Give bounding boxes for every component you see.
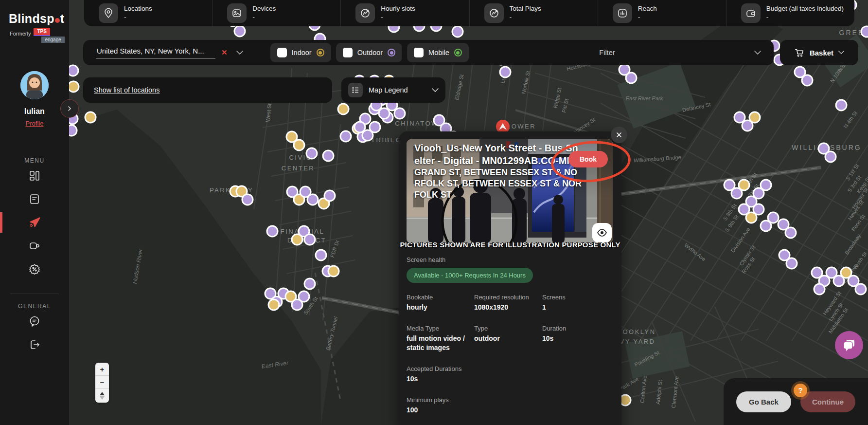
map-location-dot[interactable] xyxy=(85,112,96,123)
map-location-dot[interactable] xyxy=(739,180,749,190)
sidebar-item-campaigns[interactable] xyxy=(0,187,69,211)
legend-chevron-down-icon[interactable] xyxy=(432,88,439,92)
location-fields: Bookablehourly Required resolution1080x1… xyxy=(407,294,614,414)
map-location-dot[interactable] xyxy=(323,150,334,161)
basket-chevron-down-icon xyxy=(838,51,844,55)
map-location-dot[interactable] xyxy=(802,75,813,86)
map-location-dot[interactable] xyxy=(316,250,326,260)
map-location-dot[interactable] xyxy=(739,204,749,215)
map-location-dot[interactable] xyxy=(267,226,278,237)
map-location-dot[interactable] xyxy=(836,100,847,111)
sidebar-expand-button[interactable] xyxy=(60,99,79,118)
chat-widget-button[interactable] xyxy=(835,331,863,359)
profile-link[interactable]: Profile xyxy=(26,120,44,127)
sidebar-item-media[interactable] xyxy=(0,234,69,258)
map-location-dot[interactable] xyxy=(768,212,779,223)
mobile-checkbox[interactable] xyxy=(414,48,424,57)
popup-body: Screen health Available - 1000+ Requests… xyxy=(407,252,614,425)
preview-eye-button[interactable] xyxy=(592,223,612,242)
map-location-dot[interactable] xyxy=(338,104,349,114)
continue-button[interactable]: Continue ? xyxy=(800,391,855,412)
filter-chevron-down-icon[interactable] xyxy=(754,51,761,55)
close-popup-button[interactable] xyxy=(611,127,627,143)
map-location-dot[interactable] xyxy=(761,180,771,190)
menu-section-label: MENU xyxy=(24,157,44,164)
stat-reach: Reach- xyxy=(598,0,726,26)
zoom-out-button[interactable]: − xyxy=(95,375,109,388)
map-location-dot[interactable] xyxy=(814,284,825,295)
map-location-dot[interactable] xyxy=(786,258,797,269)
tilt-down-icon xyxy=(100,396,105,400)
tps-badge: TPS xyxy=(34,28,50,36)
map-location-dot[interactable] xyxy=(785,227,796,238)
go-back-button[interactable]: Go Back xyxy=(736,391,791,412)
location-title: Viooh_Us-New York Street - Bus Shelter -… xyxy=(414,142,582,201)
engage-badge: engage xyxy=(41,37,64,43)
map-location-dot[interactable] xyxy=(500,67,511,77)
tilt-control[interactable] xyxy=(95,388,109,403)
sidebar-item-logout[interactable] xyxy=(0,333,69,356)
map-location-dot[interactable] xyxy=(268,299,279,310)
stat-label: Reach xyxy=(638,5,657,13)
avatar[interactable] xyxy=(20,71,49,99)
stat-label: Locations xyxy=(124,5,152,13)
map-location-dot[interactable] xyxy=(394,108,405,119)
photo-disclaimer: PICTURES SHOWN ARE FOR ILLUSTRATION PURP… xyxy=(399,240,621,249)
map-location-dot[interactable] xyxy=(620,395,631,406)
field-bookable: Bookablehourly xyxy=(407,294,474,312)
map-location-dot[interactable] xyxy=(749,112,760,123)
outdoor-legend-dot-icon xyxy=(388,49,395,56)
map-location-dot[interactable] xyxy=(825,151,836,162)
map-location-dot[interactable] xyxy=(306,148,317,159)
mobile-filter[interactable]: Mobile xyxy=(407,43,469,62)
location-detail-popup: Viooh_Us-New York Street - Bus Shelter -… xyxy=(399,131,621,425)
mobile-legend-dot-icon xyxy=(454,49,462,56)
map-location-dot[interactable] xyxy=(855,284,866,295)
map-location-dot[interactable] xyxy=(328,266,339,277)
map-location-dot[interactable] xyxy=(307,194,318,205)
app-root: Houston StDelancey StDelancey StNorfolk … xyxy=(0,0,868,425)
map-location-dot[interactable] xyxy=(452,26,463,37)
filter-dropdown[interactable]: Filter xyxy=(469,49,761,56)
clear-search-icon[interactable]: ✕ xyxy=(221,48,228,57)
screen-type-filters: Indoor Outdoor Mobile xyxy=(270,43,469,62)
stat-value: - xyxy=(252,13,276,22)
sidebar-item-support[interactable] xyxy=(0,310,69,333)
field-screens: Screens1 xyxy=(542,294,614,312)
general-section-label: GENERAL xyxy=(18,303,51,310)
filter-bar: United States, NY, New York, N... ✕ Indo… xyxy=(83,40,774,65)
book-button[interactable]: Book xyxy=(568,151,608,167)
map-location-dot[interactable] xyxy=(68,65,78,76)
map-location-dot[interactable] xyxy=(324,190,335,201)
map-location-dot[interactable] xyxy=(234,26,245,37)
sidebar-item-booking-active[interactable] xyxy=(0,211,69,234)
sidebar-item-discounts[interactable] xyxy=(0,258,69,281)
map-location-dot[interactable] xyxy=(304,234,315,245)
map-location-dot[interactable] xyxy=(294,140,304,150)
indoor-checkbox[interactable] xyxy=(277,48,287,57)
sidebar-item-dashboard[interactable] xyxy=(0,164,69,187)
map-location-dot[interactable] xyxy=(370,122,380,132)
map-location-dot[interactable] xyxy=(304,278,315,289)
zoom-in-button[interactable]: + xyxy=(95,363,109,375)
stats-bar: Locations- Devices- Hourly slots- Total … xyxy=(84,0,854,26)
bar-chart-icon xyxy=(613,3,632,23)
indoor-filter[interactable]: Indoor xyxy=(270,43,331,62)
field-required-resolution: Required resolution1080x1920 xyxy=(474,294,542,312)
outdoor-filter[interactable]: Outdoor xyxy=(336,43,402,62)
search-chevron-down-icon[interactable] xyxy=(236,51,243,55)
map-location-dot[interactable] xyxy=(861,26,868,37)
map-location-dot[interactable] xyxy=(68,81,79,92)
map-legend-dropdown[interactable]: Map Legend xyxy=(341,77,445,103)
basket-button[interactable]: Basket xyxy=(780,40,858,65)
map-location-dot[interactable] xyxy=(242,194,253,205)
help-badge[interactable]: ? xyxy=(794,384,807,397)
outdoor-checkbox[interactable] xyxy=(343,48,353,57)
stat-budget: Budget (all taxes included)- xyxy=(726,0,854,26)
map-location-dot[interactable] xyxy=(299,291,309,302)
map-location-dot[interactable] xyxy=(626,73,637,83)
map-location-dot[interactable] xyxy=(340,131,351,142)
show-list-of-locations[interactable]: Show list of locations xyxy=(83,77,332,103)
stat-value: - xyxy=(510,13,541,22)
location-search-input[interactable]: United States, NY, New York, N... xyxy=(96,47,215,58)
